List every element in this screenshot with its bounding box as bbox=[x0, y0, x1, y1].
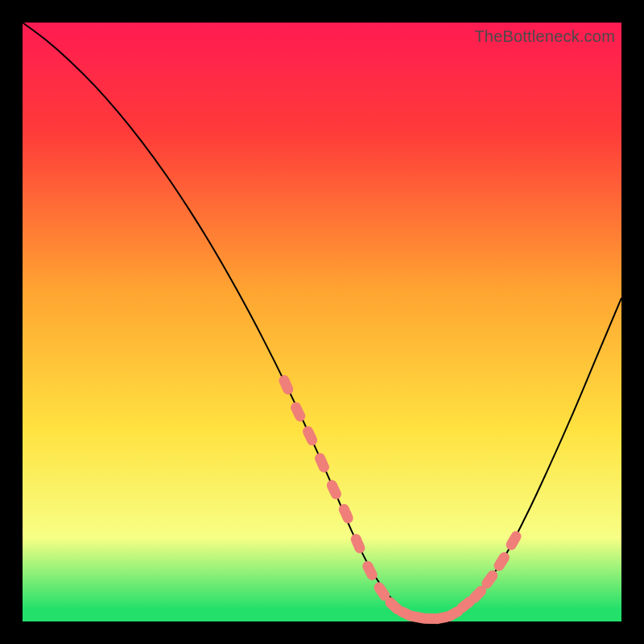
curve-marker bbox=[314, 452, 331, 473]
curve-marker bbox=[337, 503, 354, 525]
curve-marker bbox=[302, 425, 319, 447]
curve-marker bbox=[349, 533, 365, 555]
chart-svg bbox=[23, 23, 621, 621]
curve-marker bbox=[325, 479, 342, 501]
curve-path bbox=[23, 23, 621, 619]
curve-marker bbox=[505, 530, 522, 551]
plot-area: TheBottleneck.com bbox=[23, 23, 621, 621]
bottleneck-curve bbox=[23, 23, 621, 619]
curve-marker bbox=[290, 401, 307, 423]
curve-markers bbox=[278, 374, 522, 625]
curve-marker bbox=[278, 374, 295, 396]
curve-marker bbox=[493, 551, 511, 572]
curve-marker bbox=[361, 559, 378, 581]
